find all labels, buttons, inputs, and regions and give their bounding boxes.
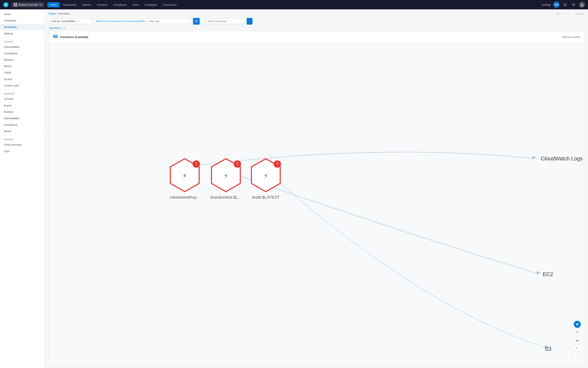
sidebar-item-defend-runtime[interactable]: Runtime bbox=[0, 56, 45, 63]
svg-rect-2 bbox=[16, 3, 17, 4]
svg-text:⚡: ⚡ bbox=[182, 171, 187, 180]
sidebar-item-defend-compliance[interactable]: Compliance bbox=[0, 50, 45, 56]
total-filters-text: Total filters: 1 bbox=[49, 27, 62, 29]
nav-investigate[interactable]: Investigate bbox=[142, 2, 160, 7]
svg-point-10 bbox=[571, 13, 573, 15]
nav-compliance[interactable]: Compliance bbox=[111, 2, 129, 7]
search-function-input[interactable] bbox=[207, 20, 242, 23]
top-navigation: Runtime Security Home Dashboards Reports… bbox=[0, 0, 588, 9]
sidebar-item-monitor-waas[interactable]: WAAS bbox=[0, 128, 45, 134]
sidebar-item-defend-custom-rules[interactable]: Custom rules bbox=[0, 82, 45, 89]
app-logo[interactable] bbox=[3, 2, 9, 7]
breadcrumb-separator: / bbox=[57, 12, 58, 15]
svg-point-7 bbox=[581, 3, 583, 5]
nav-home[interactable]: Home bbox=[47, 2, 60, 7]
radar-canvas-area: Functions (Lambda) Services (AWS) bbox=[49, 31, 584, 365]
nav-reports[interactable]: Reports bbox=[80, 2, 94, 7]
chevron-down-icon bbox=[77, 20, 79, 22]
lambda-node-2[interactable]: ⚡ brandontest:$L... ! bbox=[210, 159, 241, 199]
app-selector[interactable]: Runtime Security bbox=[12, 2, 44, 7]
sidebar-item-monitor-runtime[interactable]: Runtime bbox=[0, 109, 45, 115]
sidebar-item-monitor-events[interactable]: Events bbox=[0, 102, 45, 109]
help-icon[interactable]: ? bbox=[555, 11, 561, 16]
svg-text:?: ? bbox=[557, 13, 558, 15]
sidebar-item-manage-logs[interactable]: Logs bbox=[0, 148, 45, 154]
service-s3: S3 bbox=[545, 346, 551, 352]
sidebar-item-defend-waas[interactable]: WAAS bbox=[0, 63, 45, 69]
radar-header: Functions (Lambda) Services (AWS) bbox=[49, 31, 584, 43]
sidebar-section-defend: DEFEND bbox=[0, 38, 45, 44]
radar-functions-title: Functions (Lambda) bbox=[60, 35, 88, 39]
sidebar-item-monitor-attck[interactable]: ATT&CK bbox=[0, 96, 45, 102]
nav-dashboards[interactable]: Dashboards bbox=[60, 2, 79, 7]
nav-alerts[interactable]: Alerts bbox=[130, 2, 142, 7]
service-cloudwatch: CloudWatch Logs bbox=[541, 156, 583, 162]
svg-text:miketestwithvp...: miketestwithvp... bbox=[170, 195, 200, 199]
sidebar-item-defend-vulnerabilities[interactable]: Vulnerabilities bbox=[0, 44, 45, 50]
search-box bbox=[202, 18, 245, 24]
sidebar-item-manage-cloud-accounts[interactable]: Cloud accounts bbox=[0, 141, 45, 148]
breadcrumb: Radars / Serverless bbox=[49, 12, 70, 15]
sidebar-item-defend-cnns[interactable]: CNNS bbox=[0, 69, 45, 76]
filter-button[interactable] bbox=[193, 18, 200, 25]
zoom-controls: + - bbox=[574, 345, 581, 358]
zoom-out-button[interactable]: - bbox=[574, 352, 580, 358]
svg-rect-1 bbox=[14, 3, 15, 4]
services-label: Services (AWS) bbox=[562, 36, 580, 38]
sidebar-item-hosts[interactable]: Hosts bbox=[0, 11, 45, 17]
main-layout: Hosts Containers Serverless Settings DEF… bbox=[0, 9, 588, 368]
sidebar: Hosts Containers Serverless Settings DEF… bbox=[0, 9, 45, 368]
sidebar-item-monitor-compliance[interactable]: Compliance bbox=[0, 121, 45, 128]
filter-tag-remove[interactable]: × bbox=[146, 20, 148, 23]
sidebar-item-containers[interactable]: Containers bbox=[0, 17, 45, 24]
svg-point-6 bbox=[573, 4, 574, 5]
svg-text:brandontest:$L...: brandontest:$L... bbox=[210, 195, 241, 199]
svg-rect-34 bbox=[576, 323, 577, 325]
app-name: Runtime Security bbox=[18, 3, 38, 6]
radar-title-icon bbox=[53, 34, 58, 40]
svg-point-5 bbox=[565, 3, 565, 3]
collapse-panel-button[interactable]: ‹ bbox=[247, 18, 252, 25]
refresh-icon[interactable] bbox=[574, 329, 581, 336]
lambda-node-1[interactable]: ⚡ miketestwithvp... ! bbox=[170, 159, 200, 199]
svg-rect-3 bbox=[14, 5, 15, 6]
sidebar-item-monitor-vulnerabilities[interactable]: Vulnerabilities bbox=[0, 115, 45, 121]
zoom-in-button[interactable]: + bbox=[574, 345, 580, 351]
avatar[interactable] bbox=[579, 2, 585, 8]
chevron-down-icon bbox=[39, 3, 42, 6]
color-select[interactable]: Color by: Vulnerabilities bbox=[49, 18, 92, 24]
alert-bell-icon[interactable] bbox=[562, 11, 568, 16]
toolbar: Color by: Vulnerabilities NAM TAC Prisma… bbox=[45, 16, 588, 27]
total-filters-row: Total filters: 1 bbox=[45, 27, 588, 31]
play-pause-button[interactable] bbox=[574, 321, 581, 328]
notifications-icon[interactable] bbox=[562, 1, 568, 8]
service-ec2: EC2 bbox=[543, 271, 553, 277]
settings-link[interactable]: Settings bbox=[542, 3, 551, 6]
svg-rect-13 bbox=[54, 36, 55, 38]
sidebar-item-defend-access[interactable]: Access bbox=[0, 76, 45, 82]
filter-tag-container: NAM TAC Prisma Cloud (Account names/AWS)… bbox=[94, 19, 191, 24]
svg-rect-12 bbox=[53, 35, 54, 38]
breadcrumb-parent[interactable]: Radars bbox=[49, 12, 56, 15]
svg-rect-35 bbox=[578, 323, 578, 325]
sidebar-item-serverless[interactable]: Serverless bbox=[0, 24, 45, 30]
nav-inventory[interactable]: Inventory bbox=[94, 2, 110, 7]
filter-view-input[interactable] bbox=[149, 20, 189, 23]
radar-svg: CloudWatch Logs EC2 S3 ⚡ miketestwithvp.… bbox=[49, 43, 584, 365]
nav-governance[interactable]: Governance bbox=[160, 2, 179, 7]
lambda-node-3[interactable]: ⚡ testtt:$LATEST ! bbox=[251, 159, 281, 199]
filter-tag-value: NAM TAC Prisma Cloud (Account names/AWS) bbox=[96, 20, 145, 23]
svg-text:⚡: ⚡ bbox=[264, 171, 268, 180]
scanning-badge[interactable] bbox=[569, 11, 575, 16]
total-filters-link[interactable]: Total filters: 1 bbox=[49, 27, 65, 29]
radar-controls: + - bbox=[574, 321, 581, 358]
svg-rect-15 bbox=[57, 35, 58, 38]
settings-gear-icon[interactable] bbox=[570, 1, 577, 8]
scanning-text: Scanning... bbox=[575, 13, 584, 15]
score-badge[interactable]: 78% bbox=[553, 1, 560, 8]
sync-icon[interactable] bbox=[574, 337, 581, 344]
breadcrumb-current: Serverless bbox=[59, 12, 70, 15]
svg-text:!: ! bbox=[196, 162, 197, 167]
sidebar-item-settings[interactable]: Settings bbox=[0, 30, 45, 37]
color-select-label: Color by: Vulnerabilities bbox=[51, 20, 75, 23]
